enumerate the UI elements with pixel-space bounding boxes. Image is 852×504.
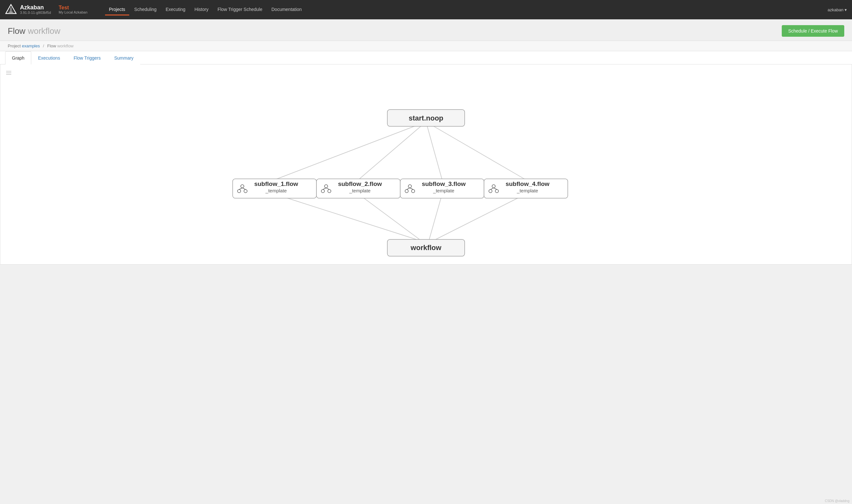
project-subtitle: My Local Azkaban (59, 10, 97, 14)
page-header: Flow workflow Schedule / Execute Flow (0, 19, 852, 41)
nav-executing[interactable]: Executing (162, 4, 189, 16)
flow-graph-svg: start.noop subflow_1.flow _template subf… (0, 65, 852, 264)
nav-scheduling[interactable]: Scheduling (130, 4, 161, 16)
breadcrumb-separator: / (43, 43, 44, 48)
tab-summary[interactable]: Summary (107, 51, 140, 65)
brand: Azkaban 3.91.0-11-g903bf5d (5, 4, 51, 16)
node-subflow1-label: subflow_1.flow (254, 180, 298, 187)
brand-name: Azkaban (20, 4, 51, 11)
breadcrumb-flow-label: Flow (47, 43, 56, 48)
breadcrumb-flow-name: workflow (57, 43, 74, 48)
nav-flow-trigger-schedule[interactable]: Flow Trigger Schedule (214, 4, 266, 16)
node-subflow4-sublabel: _template (516, 188, 538, 193)
edge-start-to-sub2 (358, 122, 426, 180)
project-name: Test (59, 5, 97, 10)
nav-documentation[interactable]: Documentation (268, 4, 306, 16)
node-workflow-label: workflow (410, 244, 441, 252)
breadcrumb: Project examples / Flow workflow (0, 41, 852, 51)
brand-version: 3.91.0-11-g903bf5d (20, 11, 51, 15)
node-subflow3-label: subflow_3.flow (422, 180, 466, 187)
main-nav: Projects Scheduling Executing History Fl… (105, 4, 820, 16)
node-subflow4-label: subflow_4.flow (506, 180, 549, 187)
node-subflow1-sublabel: _template (265, 188, 287, 193)
list-view-icon[interactable] (5, 70, 12, 78)
node-start-noop-label: start.noop (409, 114, 443, 122)
edge-start-to-sub3 (426, 122, 442, 180)
nav-projects[interactable]: Projects (105, 4, 129, 16)
svg-rect-4 (6, 71, 11, 72)
page-title-flow-label: Flow (8, 26, 25, 36)
page-title: Flow workflow (8, 26, 60, 36)
user-menu[interactable]: azkaban (828, 7, 847, 12)
svg-rect-6 (6, 74, 11, 75)
edge-sub1-to-workflow (274, 194, 416, 239)
schedule-execute-button[interactable]: Schedule / Execute Flow (782, 25, 844, 37)
page-title-flow-name: workflow (28, 26, 60, 36)
breadcrumb-project-link[interactable]: examples (22, 43, 40, 48)
edge-sub2-to-workflow (358, 194, 420, 239)
navbar: Azkaban 3.91.0-11-g903bf5d Test My Local… (0, 0, 852, 19)
azkaban-logo-icon (5, 4, 17, 16)
edge-sub4-to-workflow (436, 194, 526, 239)
tab-flow-triggers[interactable]: Flow Triggers (67, 51, 107, 65)
graph-container: start.noop subflow_1.flow _template subf… (0, 65, 852, 265)
edge-start-to-sub1 (274, 122, 426, 180)
tab-graph[interactable]: Graph (5, 51, 31, 65)
tab-executions[interactable]: Executions (31, 51, 67, 65)
node-subflow2-label: subflow_2.flow (338, 180, 382, 187)
project-info: Test My Local Azkaban (59, 5, 97, 14)
breadcrumb-project-label: Project (8, 43, 21, 48)
edge-sub3-to-workflow (429, 194, 442, 239)
nav-history[interactable]: History (191, 4, 212, 16)
node-subflow2-sublabel: _template (349, 188, 370, 193)
svg-rect-5 (6, 72, 11, 73)
node-subflow3-sublabel: _template (433, 188, 454, 193)
tabs-container: Graph Executions Flow Triggers Summary (0, 51, 852, 65)
edge-start-to-sub4 (426, 122, 526, 180)
